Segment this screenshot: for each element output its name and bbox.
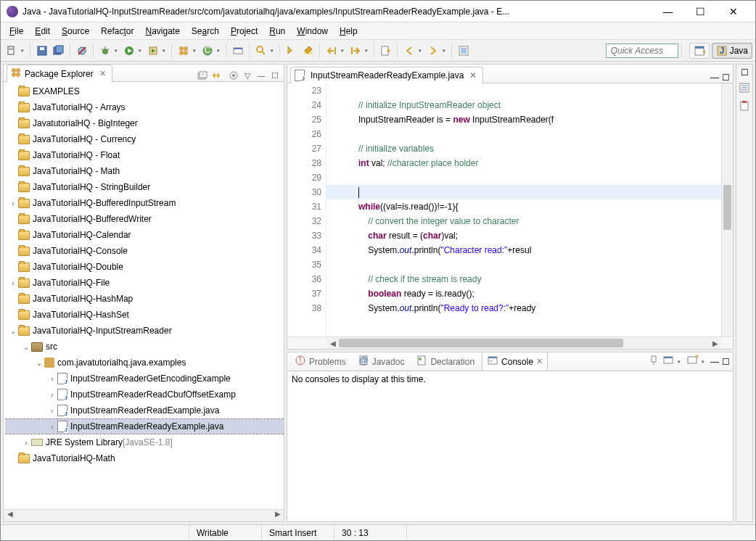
outline-icon[interactable] bbox=[739, 82, 750, 96]
bottom-maximize-icon[interactable]: ☐ bbox=[722, 357, 730, 367]
twisty-collapsed-icon[interactable]: › bbox=[47, 423, 57, 431]
tree-item[interactable]: JavaTutorialHQ - Float bbox=[5, 147, 284, 163]
editor-body[interactable]: 23242526272829303132333435363738 // init… bbox=[287, 83, 733, 336]
code-line[interactable]: boolean ready = is.ready(); bbox=[329, 286, 721, 301]
back-button[interactable] bbox=[401, 43, 417, 59]
editor-hscrollbar[interactable]: ◀▶ bbox=[287, 336, 733, 349]
twisty-collapsed-icon[interactable]: › bbox=[8, 279, 18, 287]
tree-item[interactable]: JavatutorialHQ - BigInteger bbox=[5, 115, 284, 131]
menu-project[interactable]: Project bbox=[225, 25, 263, 38]
tree-item[interactable]: ›InputStreamReaderReadCbufOffsetExamp bbox=[5, 387, 284, 402]
menu-source[interactable]: Source bbox=[56, 25, 95, 38]
run-button[interactable] bbox=[121, 43, 137, 59]
toggle-mark-button[interactable] bbox=[284, 43, 300, 59]
restore-icon[interactable]: ☐ bbox=[741, 67, 749, 78]
prev-annotation-dropdown[interactable]: ▾ bbox=[340, 48, 347, 54]
collapse-all-icon[interactable]: - bbox=[197, 70, 208, 81]
menu-refactor[interactable]: Refactor bbox=[95, 25, 139, 38]
editor-tab[interactable]: InputStreamReaderReadyExample.java ✕ bbox=[290, 67, 483, 83]
package-explorer-tab[interactable]: Package Explorer ✕ bbox=[7, 65, 112, 82]
code-line[interactable]: // initialize InputStreamReader object bbox=[329, 98, 721, 112]
new-button[interactable] bbox=[4, 43, 20, 59]
menu-search[interactable]: Search bbox=[186, 25, 225, 38]
twisty-collapsed-icon[interactable]: › bbox=[47, 391, 57, 399]
last-edit-button[interactable] bbox=[378, 43, 394, 59]
menu-edit[interactable]: Edit bbox=[29, 25, 56, 38]
editor-maximize-icon[interactable]: ☐ bbox=[722, 73, 730, 83]
save-button[interactable] bbox=[34, 43, 50, 59]
code-line[interactable] bbox=[329, 83, 721, 98]
toggle-highlight-button[interactable] bbox=[300, 43, 316, 59]
twisty-collapsed-icon[interactable]: › bbox=[47, 407, 57, 415]
editor-vscrollbar[interactable] bbox=[721, 83, 733, 336]
tree-item[interactable]: ⌄com.javatutorialhq.java.examples bbox=[5, 355, 284, 371]
new-package-dropdown[interactable]: ▾ bbox=[192, 48, 199, 54]
tab-javadoc[interactable]: @Javadoc bbox=[353, 352, 409, 371]
menu-help[interactable]: Help bbox=[334, 25, 363, 38]
new-class-button[interactable]: C bbox=[200, 43, 215, 59]
code-line[interactable]: while((val=is.read())!=-1){ bbox=[329, 199, 721, 214]
skip-breakpoints-button[interactable] bbox=[74, 43, 90, 59]
pin-button[interactable] bbox=[456, 43, 472, 59]
open-type-button[interactable] bbox=[230, 43, 246, 59]
editor-minimize-icon[interactable]: — bbox=[710, 73, 719, 83]
hscroll-left-icon[interactable]: ◀ bbox=[326, 339, 339, 347]
search-button[interactable] bbox=[253, 43, 269, 59]
forward-button[interactable] bbox=[425, 43, 441, 59]
twisty-expanded-icon[interactable]: ⌄ bbox=[34, 359, 44, 367]
maximize-button[interactable]: ☐ bbox=[684, 1, 717, 22]
tree-item[interactable]: JavaTutorialHQ-Double bbox=[5, 259, 284, 275]
run-last-button[interactable] bbox=[145, 43, 161, 59]
tab-console[interactable]: Console✕ bbox=[482, 352, 548, 371]
tree-item[interactable]: JavaTutorialHQ - StringBuilder bbox=[5, 179, 284, 195]
tree-item[interactable]: JavaTutorialHQ-Calendar bbox=[5, 227, 284, 243]
package-explorer-tree[interactable]: EXAMPLESJavaTutorialHQ - ArraysJavatutor… bbox=[4, 82, 284, 509]
tree-item[interactable]: ›InputStreamReaderReadExample.java bbox=[5, 402, 284, 418]
tree-item[interactable]: JavaTutorialHQ - Arrays bbox=[5, 99, 284, 115]
tree-item[interactable]: ⌄src bbox=[5, 339, 284, 355]
tab-declaration[interactable]: Declaration bbox=[411, 352, 479, 371]
tree-item[interactable]: EXAMPLES bbox=[5, 83, 284, 99]
debug-dropdown[interactable]: ▾ bbox=[114, 48, 120, 54]
tree-item[interactable]: ⌄JavaTutorialHQ-InputStreamReader bbox=[5, 323, 284, 339]
minimize-button[interactable]: — bbox=[652, 1, 684, 22]
code-line[interactable]: InputStreamReader is = new InputStreamRe… bbox=[329, 112, 721, 127]
menu-navigate[interactable]: Navigate bbox=[139, 25, 185, 38]
hscroll-right-icon[interactable]: ▶ bbox=[709, 339, 721, 347]
tree-item[interactable]: ›InputStreamReaderReadyExample.java bbox=[5, 418, 284, 434]
new-class-dropdown[interactable]: ▾ bbox=[216, 48, 223, 54]
search-dropdown[interactable]: ▾ bbox=[270, 48, 276, 54]
open-perspective-button[interactable]: + bbox=[689, 43, 710, 59]
code-line[interactable]: // check if the stream is ready bbox=[329, 272, 721, 286]
prev-annotation-button[interactable] bbox=[324, 43, 340, 59]
tree-item[interactable]: JavaTutorialHQ - Math bbox=[5, 163, 284, 179]
twisty-expanded-icon[interactable]: ⌄ bbox=[21, 343, 31, 351]
twisty-collapsed-icon[interactable]: › bbox=[47, 375, 57, 383]
code-line[interactable]: System.out.println("Ready to read?:"+rea… bbox=[329, 301, 721, 315]
editor-tab-close-icon[interactable]: ✕ bbox=[469, 70, 477, 80]
code-line[interactable] bbox=[329, 127, 721, 141]
new-console-icon[interactable]: + bbox=[686, 355, 698, 368]
tree-item[interactable]: JavaTutorialHQ-Console bbox=[5, 243, 284, 259]
menu-run[interactable]: Run bbox=[263, 25, 291, 38]
code-line[interactable]: // convert the integer value to characte… bbox=[329, 214, 721, 228]
code-area[interactable]: // initialize InputStreamReader object I… bbox=[326, 83, 721, 336]
code-line[interactable]: int val; //character place holder bbox=[329, 156, 721, 170]
run-last-dropdown[interactable]: ▾ bbox=[162, 48, 168, 54]
tree-item[interactable]: ›JavaTutorialHQ-File bbox=[5, 275, 284, 291]
display-console-dropdown[interactable]: ▾ bbox=[677, 359, 683, 365]
code-line[interactable] bbox=[326, 185, 721, 199]
tree-item[interactable]: ›InputStreamReaderGetEncodingExample bbox=[5, 371, 284, 387]
close-button[interactable]: ✕ bbox=[717, 1, 749, 22]
twisty-collapsed-icon[interactable]: › bbox=[21, 439, 31, 447]
new-dropdown[interactable]: ▾ bbox=[20, 48, 27, 54]
code-line[interactable]: System.out.println("Character read:"+res… bbox=[329, 243, 721, 257]
link-editor-icon[interactable] bbox=[210, 70, 222, 81]
hscroll-left-icon[interactable]: ◀ bbox=[4, 510, 16, 521]
new-console-dropdown[interactable]: ▾ bbox=[701, 359, 707, 365]
twisty-expanded-icon[interactable]: ⌄ bbox=[8, 327, 18, 335]
menu-window[interactable]: Window bbox=[291, 25, 334, 38]
tree-item[interactable]: ›JRE System Library [JavaSE-1.8] bbox=[5, 434, 284, 450]
save-all-button[interactable] bbox=[51, 43, 67, 59]
run-dropdown[interactable]: ▾ bbox=[138, 48, 144, 54]
